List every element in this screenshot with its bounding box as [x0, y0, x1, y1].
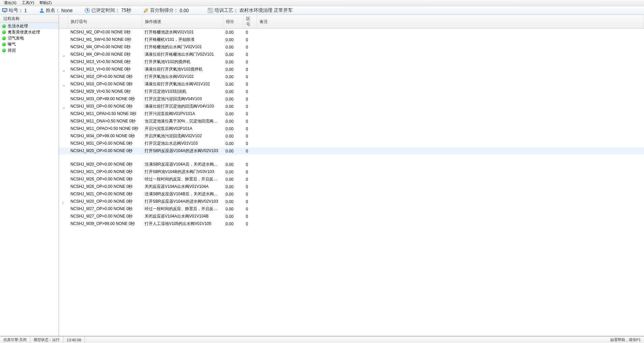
cell-note: [257, 168, 644, 176]
cell-desc: 打开沉淀池污泥回流阀V04V103: [142, 95, 223, 103]
station-label: 站号：: [9, 7, 23, 13]
col-desc[interactable]: 操作描述: [142, 15, 223, 29]
clock-icon: [85, 8, 90, 13]
table-row[interactable]: NCSHJ_M33_OP>99.00 NONE 0秒打开沉淀池污泥回流阀V04V…: [59, 95, 644, 103]
cell-score: 0.00: [223, 36, 243, 44]
cell-zone: 0: [243, 161, 257, 168]
col-note[interactable]: 备注: [257, 15, 644, 29]
time-label: 已评定时间：: [91, 7, 120, 13]
table-row[interactable]: NCSHJ_M10_OP>0.00 NONE 0秒打开厌氧池出水阀V01V102…: [59, 73, 644, 81]
cell-stmt: NCSHJ_M20_OP>0.00 NONE 0秒: [68, 147, 142, 155]
table-row[interactable]: NCSHJ_M20_OP>0.00 NONE 0秒打开SBR反应器V104A的进…: [59, 147, 644, 155]
table-row[interactable]: NCSHJ_M21_OP>0.00 NONE 0秒打开SBR池V104B的进水阀…: [59, 168, 644, 176]
cell-desc: 打开人工湿地V105的出水阀V01V105: [142, 220, 223, 228]
cell-score: 0.00: [223, 205, 243, 213]
sidebar-item-label: 排泥: [8, 48, 16, 53]
cell-desc: 满液位前打开沉淀池的回流阀V04V103: [142, 103, 223, 110]
sidebar-header: 过程名称: [0, 15, 59, 23]
table-row[interactable]: NCSHJ_M13_VI>0.50 NONE 0秒打开厌氧池V102的搅拌机0.…: [59, 58, 644, 66]
status-dot-icon: [2, 49, 6, 52]
table-row[interactable]: NCSHJ_M31_OP>0.00 NONE 0秒打开沉淀池出水总阀V01V10…: [59, 140, 644, 147]
pencil-icon: [143, 8, 149, 13]
table-row[interactable]: NCSHJ_M26_OP>0.00 NONE 0秒经过一段时间的反应、静置后，开…: [59, 176, 644, 183]
cell-score: 0.00: [223, 168, 243, 176]
time-value: 75秒: [121, 7, 131, 13]
col-stmt[interactable]: 执行语句: [68, 15, 142, 29]
status-dot-icon: [2, 24, 6, 28]
cell-note: [257, 81, 644, 88]
svg-rect-2: [4, 12, 6, 12]
cell-note: [257, 110, 644, 118]
table-row[interactable]: NCSHJ_M11_OPAO>0.50 NONE 0秒开启污泥泵后阀V02P10…: [59, 125, 644, 133]
cell-note: [257, 51, 644, 58]
table-row[interactable]: NCSHJ_M1_SW>0.50 NONE 0秒打开格栅机V101，开始除渣0.…: [59, 36, 644, 44]
name-label: 姓名：: [46, 7, 60, 13]
cell-zone: 0: [243, 140, 257, 147]
cell-stmt: NCSHJ_M29_VI>0.50 NONE 0秒: [68, 88, 142, 95]
table-row[interactable]: NCSHJ_M2_OP>0.00 NONE 0秒打开格栅池进水阀V01V1010…: [59, 29, 644, 36]
table-row[interactable]: NCSHJ_M34_OP>99.00 NONE 0秒开启厌氧池污泥回流阀V02V…: [59, 133, 644, 140]
table-row[interactable]: NCSHJ_M10_OP=0.00 NONE 0秒满液位前打开厌氧池出水阀V01…: [59, 81, 644, 88]
sidebar-item-2[interactable]: 沼气发电: [0, 35, 59, 41]
cell-desc: 注满SBR反应器V104A后，关闭进水阀门V02V1...: [142, 161, 223, 168]
person-icon: [39, 8, 45, 13]
table-row[interactable]: [59, 155, 644, 161]
cell-stmt: NCSHJ_M34_OP>99.00 NONE 0秒: [68, 133, 142, 140]
content-panel: 执行语句 操作描述 得分 区号 备注 NCSHJ_M2_OP>0.00 NONE…: [59, 15, 644, 336]
col-score[interactable]: 得分: [223, 15, 243, 29]
cell-desc: 满液位前打开厌氧池出水阀V01V102: [142, 81, 223, 88]
toolbar: 站号： 1 姓名： None 已评定时间： 75秒 百分制得分： 0.00 培训…: [0, 6, 644, 15]
cell-zone: 0: [243, 191, 257, 198]
table-row[interactable]: NCSHJ_M4_OP>0.00 NONE 0秒打开格栅池的出水阀门V02V10…: [59, 44, 644, 51]
cell-note: [257, 103, 644, 110]
table-row[interactable]: NCSHJ_M20_OP=0.00 NONE 0秒注满SBR反应器V104A后，…: [59, 161, 644, 168]
table-row[interactable]: NCSHJ_M39_OP>99.00 NONE 0秒打开人工湿地V105的出水阀…: [59, 220, 644, 228]
svg-point-3: [41, 8, 43, 10]
cell-zone: 0: [243, 147, 257, 155]
station-value: 1: [24, 8, 27, 13]
menu-tools[interactable]: 工具(Y): [19, 0, 37, 6]
table-row[interactable]: NCSHJ_M27_OP=0.00 NONE 0秒关闭反应器V104A出水阀V0…: [59, 213, 644, 220]
sidebar-item-4[interactable]: 排泥: [0, 47, 59, 53]
cell-zone: 0: [243, 125, 257, 133]
status-dot-icon: [2, 42, 6, 46]
table-row[interactable]: NCSHJ_M33_OP=0.00 NONE 0秒满液位前打开沉淀池的回流阀V0…: [59, 103, 644, 110]
table-row[interactable]: NCSHJ_M29_VI>0.50 NONE 0秒打开沉淀池V103刮泥机0.0…: [59, 88, 644, 95]
sidebar-item-1[interactable]: 禽畜粪便废水处理: [0, 29, 59, 35]
table-row[interactable]: NCSHJ_M11_OPAI>0.50 NONE 0秒打开污泥泵前阀V01PV1…: [59, 110, 644, 118]
cell-zone: 0: [243, 44, 257, 51]
sidebar-item-0[interactable]: 生活水处理: [0, 23, 59, 29]
cell-note: [257, 191, 644, 198]
cell-desc: 满液位前打开厌氧池V102搅拌机: [142, 66, 223, 73]
menu-exit[interactable]: 退出(X): [1, 0, 19, 6]
cell-zone: 0: [243, 81, 257, 88]
cell-score: 0.00: [223, 161, 243, 168]
table-row[interactable]: NCSHJ_M13_VI=0.00 NONE 0秒满液位前打开厌氧池V102搅拌…: [59, 66, 644, 73]
table-row[interactable]: NCSHJ_M20_OP>0.00 NONE 0秒打开SBR反应器V104A的进…: [59, 198, 644, 205]
table-row[interactable]: NCSHJ_M21_OP=0.00 NONE 0秒注满SBR反应器V104B后，…: [59, 191, 644, 198]
cell-desc: 满液位前打开格栅池出水阀门V02V101: [142, 51, 223, 58]
cell-zone: 0: [243, 213, 257, 220]
table-row[interactable]: NCSHJ_M4_OP=0.00 NONE 0秒满液位前打开格栅池出水阀门V02…: [59, 51, 644, 58]
cell-zone: 0: [243, 110, 257, 118]
cell-zone: 0: [243, 58, 257, 66]
sidebar-item-3[interactable]: 曝气: [0, 41, 59, 47]
table-row[interactable]: NCSHJ_M11_ONA>0.50 NONE 0秒当沉淀池液位高于30%，沉淀…: [59, 118, 644, 125]
sidebar-item-label: 曝气: [8, 41, 16, 47]
cell-stmt: NCSHJ_M21_OP=0.00 NONE 0秒: [68, 191, 142, 198]
table-row[interactable]: NCSHJ_M26_OP=0.00 NONE 0秒关闭反应器V104A出水阀V0…: [59, 183, 644, 191]
table-row[interactable]: NCSHJ_M27_OP>0.00 NONE 0秒经过一段时间的反应、静置后，开…: [59, 205, 644, 213]
cell-desc: 经过一段时间的反应、静置后，开启反应器V10...: [142, 176, 223, 183]
col-zone[interactable]: 区号: [243, 15, 257, 29]
cell-stmt: NCSHJ_M13_VI=0.00 NONE 0秒: [68, 66, 142, 73]
cell-desc: 当沉淀池液位高于30%，沉淀池回流阀V12V10...: [142, 118, 223, 125]
status-dot-icon: [2, 36, 6, 40]
cell-note: [257, 140, 644, 147]
cell-zone: 0: [243, 51, 257, 58]
menu-help[interactable]: 帮助(Z): [37, 0, 54, 6]
cell-stmt: NCSHJ_M20_OP>0.00 NONE 0秒: [68, 198, 142, 205]
col-status[interactable]: [59, 15, 68, 29]
cell-score: 0.00: [223, 147, 243, 155]
status-dot-icon: [2, 30, 6, 34]
cell-desc: 打开厌氧池V102的搅拌机: [142, 58, 223, 66]
